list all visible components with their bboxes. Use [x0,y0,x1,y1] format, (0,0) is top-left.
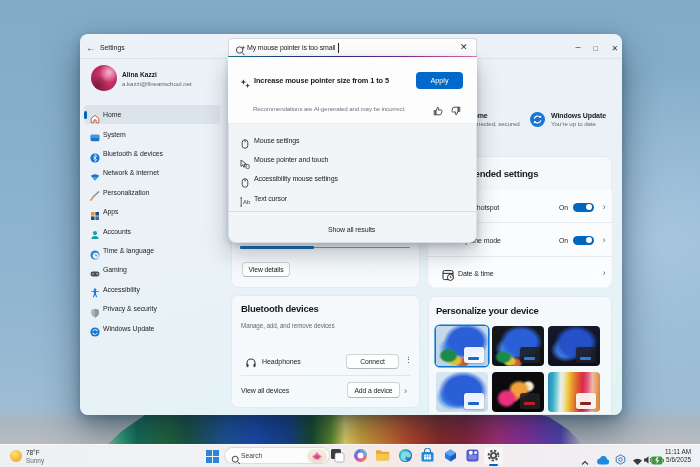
svg-text:Ab: Ab [243,200,250,206]
